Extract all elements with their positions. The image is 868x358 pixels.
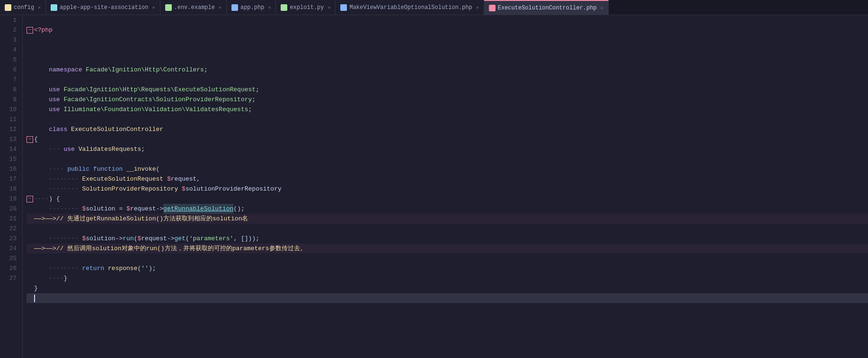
paren2-23: (: [186, 234, 189, 244]
dots-9: [34, 95, 49, 105]
space-9: [60, 95, 64, 105]
line-num-22: 22: [4, 224, 17, 234]
space2-14: [75, 144, 79, 154]
comma-23: , []: [233, 234, 248, 244]
line-num-27: 27: [4, 273, 17, 283]
tab-close-app-php[interactable]: ✕: [268, 5, 271, 10]
dots-18: ········: [34, 184, 79, 194]
string-23: 'parameters': [189, 234, 234, 244]
dollar2-23: $: [138, 234, 142, 244]
space-20: [79, 204, 82, 214]
line-num-7: 7: [4, 75, 17, 85]
code-line-2: − <?php: [27, 25, 868, 35]
line-num-9: 9: [4, 95, 17, 105]
code-line-29: [27, 293, 868, 303]
fold-marker-13[interactable]: −: [27, 136, 33, 143]
tab-label-makeview: MakeViewVariableOptionalSolution.php: [349, 4, 472, 11]
str-26: '': [141, 263, 149, 273]
punc-10: ;: [248, 105, 252, 114]
tab-exploit[interactable]: exploit.py ✕: [276, 0, 336, 15]
space-18: [79, 184, 82, 194]
dots-20: ········: [34, 204, 79, 214]
use-path-8: Facade\Ignition\Http\Requests\ExecuteSol…: [63, 85, 256, 95]
tab-close-apple[interactable]: ✕: [152, 5, 155, 10]
class-name-12: ExecuteSolutionController: [71, 124, 163, 134]
code-line-11: [27, 114, 868, 124]
tab-apple[interactable]: apple-app-site-association ✕: [46, 0, 160, 15]
brace-close-28: }: [34, 283, 38, 293]
comment-24: // 然后调用solution对象中的run()方法，并将获取的可控的param…: [56, 244, 306, 253]
line-num-23: 23: [4, 234, 17, 244]
tab-makeview[interactable]: MakeViewVariableOptionalSolution.php ✕: [336, 0, 484, 15]
kw-use-9: use: [49, 95, 60, 105]
code-line-7: [27, 75, 868, 85]
paren3-23: ));: [248, 234, 259, 244]
code-line-19: − ···· ) {: [27, 194, 868, 204]
code-area[interactable]: − <?php namespace Facade\Ignition\Http\C…: [23, 15, 868, 358]
kw-function-16: function: [93, 164, 123, 174]
code-line-6: namespace Facade\Ignition\Http\Controlle…: [27, 65, 868, 75]
code-line-18: ········ SolutionProviderRepository $ so…: [27, 184, 868, 194]
code-line-14: ··· use ValidatesRequests ;: [27, 144, 868, 154]
code-line-1: [27, 15, 868, 25]
space-10: [60, 105, 64, 114]
space-8: [60, 85, 64, 95]
line-num-3: 3: [4, 35, 17, 45]
kw-class-12: class: [49, 124, 67, 134]
var-20: solution: [86, 204, 115, 214]
code-line-26: ········ return response ( '' );: [27, 263, 868, 273]
code-line-3: [27, 35, 868, 45]
code-line-9: use Facade\IgnitionContracts\SolutionPro…: [27, 95, 868, 105]
line-num-19: 19: [4, 194, 17, 204]
line-num-4: 4: [4, 45, 17, 55]
space-23: [79, 234, 82, 244]
comma-17: ,: [196, 174, 200, 184]
dollar-17: $: [167, 174, 171, 184]
dots-19: ····: [34, 194, 49, 204]
space-16: [63, 164, 67, 174]
line-num-17: 17: [4, 174, 17, 184]
tab-label-apple: apple-app-site-association: [60, 4, 148, 11]
tab-close-makeview[interactable]: ✕: [476, 5, 479, 10]
code-line-4: [27, 45, 868, 55]
line-numbers: 1 2 3 4 5 6 7 8 9 10 11 12 13 14 15 16 1…: [0, 15, 23, 358]
fold-marker-2[interactable]: −: [27, 27, 33, 34]
tab-app-php[interactable]: app.php ✕: [227, 0, 276, 15]
kw-namespace-6: namespace: [49, 65, 82, 75]
space2-17: [163, 174, 167, 184]
tab-close-env[interactable]: ✕: [219, 5, 221, 10]
line-num-25: 25: [4, 253, 17, 263]
space-14: [60, 144, 64, 154]
brace-close-27: }: [63, 273, 67, 283]
method2-23: get: [175, 234, 186, 244]
line-num-18: 18: [4, 184, 17, 194]
comment-21: // 先通过getRunnableSolution()方法获取到相应的solut…: [56, 214, 248, 224]
arrow-24: ——>——>: [34, 244, 56, 253]
line-num-1: 1: [4, 15, 17, 25]
fold-marker-19[interactable]: −: [27, 196, 33, 202]
tab-label-execute: ExecuteSolutionController.php: [498, 5, 597, 11]
tab-label-env: .env.example: [174, 4, 215, 11]
line-num-6: 6: [4, 65, 17, 75]
dots-17: ········: [34, 174, 79, 184]
tab-close-execute[interactable]: ✕: [601, 5, 603, 11]
tab-icon-env: [165, 4, 172, 11]
line-num-5: 5: [4, 55, 17, 65]
line-num-24: 24: [4, 244, 17, 253]
dots-8: [34, 85, 49, 95]
paren2-26: );: [149, 263, 156, 273]
code-line-13: − {: [27, 134, 868, 144]
dots-27: ····: [34, 273, 63, 283]
tab-env[interactable]: .env.example ✕: [160, 0, 227, 15]
tab-config[interactable]: config ✕: [0, 0, 46, 15]
tab-close-exploit[interactable]: ✕: [328, 5, 330, 10]
code-line-8: use Facade\Ignition\Http\Requests\Execut…: [27, 85, 868, 95]
tab-close-config[interactable]: ✕: [38, 5, 41, 10]
method-23: run: [123, 234, 133, 244]
dots-10: [34, 105, 49, 114]
php-open-tag: <?php: [34, 25, 53, 35]
space3-16: [123, 164, 126, 174]
tab-execute[interactable]: ExecuteSolutionController.php ✕: [484, 0, 609, 15]
line-num-12: 12: [4, 124, 17, 134]
paren-16: (: [156, 164, 160, 174]
